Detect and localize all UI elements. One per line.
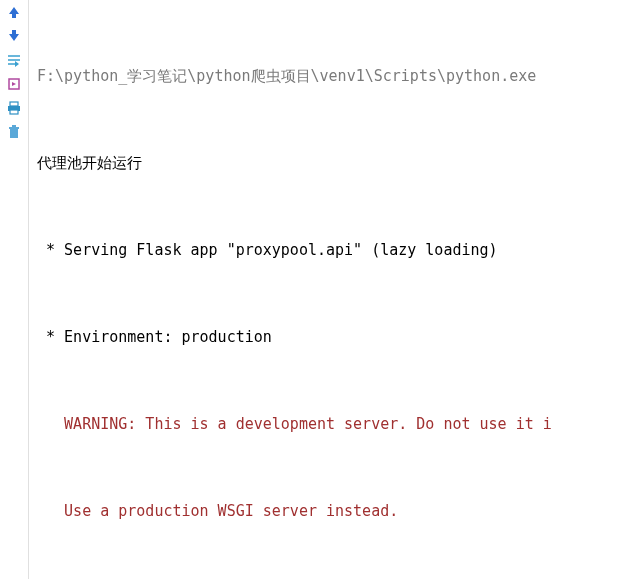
svg-rect-3 [10,110,18,114]
scroll-end-icon[interactable] [6,76,22,92]
console-line: Use a production WSGI server instead. [37,497,637,526]
svg-rect-1 [10,102,18,106]
console-gutter [0,0,29,579]
svg-rect-6 [12,125,16,127]
interpreter-path: F:\python_学习笔记\python爬虫项目\venv1\Scripts\… [37,62,637,91]
console-line: 代理池开始运行 [37,149,637,178]
soft-wrap-icon[interactable] [6,52,22,68]
print-icon[interactable] [6,100,22,116]
svg-rect-5 [9,127,19,129]
console-line: WARNING: This is a development server. D… [37,410,637,439]
svg-rect-4 [10,129,18,138]
arrow-down-icon[interactable] [6,28,22,44]
trash-icon[interactable] [6,124,22,140]
arrow-up-icon[interactable] [6,4,22,20]
console-line: * Environment: production [37,323,637,352]
console-line: * Serving Flask app "proxypool.api" (laz… [37,236,637,265]
console-panel: F:\python_学习笔记\python爬虫项目\venv1\Scripts\… [0,0,641,579]
console-output[interactable]: F:\python_学习笔记\python爬虫项目\venv1\Scripts\… [29,0,641,579]
